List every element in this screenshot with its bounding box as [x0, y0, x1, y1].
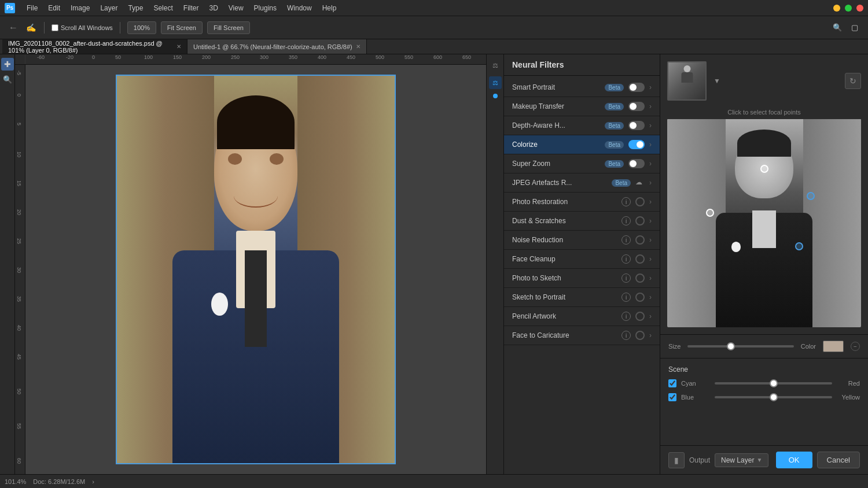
filter-arrow-dust-scratches[interactable]: ›	[649, 217, 652, 225]
filter-item-face-cleanup[interactable]: Face Cleanup i ›	[504, 250, 660, 269]
tab-active-doc[interactable]: IMG_20201108_0002_after-dust-and-scratch…	[2, 39, 187, 54]
size-slider[interactable]	[687, 345, 793, 347]
search-icon[interactable]: 🔍	[831, 21, 844, 34]
output-icon-button[interactable]: ▮	[668, 452, 685, 468]
menu-view[interactable]: View	[224, 3, 248, 13]
cyan-checkbox[interactable]	[668, 379, 676, 387]
filter-item-dust-scratches[interactable]: Dust & Scratches i ›	[504, 212, 660, 231]
blue-checkbox[interactable]	[668, 393, 676, 401]
filter-circle-photo-to-sketch[interactable]	[635, 273, 645, 283]
filter-circle-dust-scratches[interactable]	[635, 216, 645, 225]
focal-dot-forehead[interactable]	[760, 165, 768, 173]
thumbnail-dropdown-arrow[interactable]: ▼	[711, 75, 723, 87]
maximize-button[interactable]	[845, 5, 852, 12]
filter-circle-pencil-artwork[interactable]	[635, 312, 645, 321]
fit-screen-button[interactable]: Fit Screen	[161, 21, 203, 34]
fill-screen-button[interactable]: Fill Screen	[207, 21, 250, 34]
filter-arrow-sketch-to-portrait[interactable]: ›	[649, 293, 652, 301]
menu-select[interactable]: Select	[149, 3, 177, 13]
filter-info-face-to-caricature[interactable]: i	[621, 331, 631, 340]
filter-arrow-colorize[interactable]: ›	[649, 141, 652, 149]
filter-item-sketch-to-portrait[interactable]: Sketch to Portrait i ›	[504, 288, 660, 307]
tab-close-second[interactable]: ✕	[356, 43, 361, 50]
back-button[interactable]: ←	[7, 21, 20, 34]
filter-arrow-noise-reduction[interactable]: ›	[649, 236, 652, 244]
menu-plugins[interactable]: Plugins	[249, 3, 281, 13]
filter-item-super-zoom[interactable]: Super Zoom Beta ›	[504, 154, 660, 173]
layout-icon[interactable]: ▢	[848, 21, 861, 34]
canvas-container[interactable]	[25, 65, 486, 474]
scroll-all-checkbox[interactable]: Scroll All Windows	[52, 24, 113, 31]
filter-item-depth-aware[interactable]: Depth-Aware H... Beta ›	[504, 116, 660, 135]
filter-info-dust-scratches[interactable]: i	[621, 216, 631, 225]
filter-item-jpeg[interactable]: JPEG Artefacts R... Beta ☁ ›	[504, 173, 660, 193]
focal-dot-lower[interactable]	[795, 242, 803, 250]
color-swatch[interactable]	[823, 341, 844, 352]
filter-circle-face-cleanup[interactable]	[635, 254, 645, 264]
filter-item-makeup-transfer[interactable]: Makeup Transfer Beta ›	[504, 97, 660, 116]
filter-item-photo-restoration[interactable]: Photo Restoration i ›	[504, 193, 660, 212]
menu-image[interactable]: Image	[66, 3, 94, 13]
menu-layer[interactable]: Layer	[95, 3, 122, 13]
preview-thumbnail[interactable]	[667, 61, 707, 101]
status-arrow[interactable]: ›	[92, 478, 94, 485]
filter-toggle-makeup-transfer[interactable]	[628, 102, 645, 111]
menu-3d[interactable]: 3D	[204, 3, 222, 13]
filter-arrow-photo-to-sketch[interactable]: ›	[649, 274, 652, 282]
filter-arrow-depth-aware[interactable]: ›	[649, 121, 652, 130]
menu-type[interactable]: Type	[123, 3, 148, 13]
neural-icon-active[interactable]: ⚖	[489, 76, 502, 89]
menu-file[interactable]: File	[22, 3, 42, 13]
blue-slider[interactable]	[715, 396, 832, 398]
bw-preview[interactable]	[667, 119, 861, 327]
filter-arrow-smart-portrait[interactable]: ›	[649, 83, 652, 91]
filter-circle-face-to-caricature[interactable]	[635, 331, 645, 340]
cancel-button[interactable]: Cancel	[817, 452, 860, 468]
scroll-all-input[interactable]	[52, 24, 58, 31]
filter-info-pencil-artwork[interactable]: i	[621, 312, 631, 321]
filter-item-photo-to-sketch[interactable]: Photo to Sketch i ›	[504, 269, 660, 288]
neural-icon-filter[interactable]: ⚖	[489, 59, 502, 72]
filter-circle-sketch-to-portrait[interactable]	[635, 293, 645, 302]
menu-help[interactable]: Help	[318, 3, 341, 13]
zoom-tool[interactable]: 🔍	[1, 73, 14, 86]
filter-info-sketch-to-portrait[interactable]: i	[621, 293, 631, 302]
filter-item-face-to-caricature[interactable]: Face to Caricature i ›	[504, 326, 660, 345]
filter-arrow-face-cleanup[interactable]: ›	[649, 255, 652, 263]
menu-filter[interactable]: Filter	[179, 3, 204, 13]
filter-toggle-smart-portrait[interactable]	[628, 83, 645, 92]
tab-second-doc[interactable]: Untitled-1 @ 66.7% (Neural-filter-colori…	[187, 39, 367, 54]
filter-circle-photo-restoration[interactable]	[635, 197, 645, 206]
filter-toggle-depth-aware[interactable]	[628, 121, 645, 130]
menu-edit[interactable]: Edit	[43, 3, 65, 13]
filter-item-colorize[interactable]: Colorize Beta ›	[504, 135, 660, 154]
filter-item-smart-portrait[interactable]: Smart Portrait Beta ›	[504, 78, 660, 97]
filter-toggle-super-zoom[interactable]	[628, 159, 645, 168]
filter-info-photo-restoration[interactable]: i	[621, 197, 631, 206]
ok-button[interactable]: OK	[776, 452, 812, 468]
hand-tool[interactable]: ✍	[24, 21, 37, 34]
filter-info-face-cleanup[interactable]: i	[621, 254, 631, 264]
filter-arrow-photo-restoration[interactable]: ›	[649, 198, 652, 206]
tab-close-active[interactable]: ✕	[176, 43, 181, 50]
cyan-slider[interactable]	[715, 382, 832, 385]
filter-arrow-pencil-artwork[interactable]: ›	[649, 312, 652, 320]
filter-arrow-makeup-transfer[interactable]: ›	[649, 102, 652, 110]
move-tool[interactable]: ✚	[1, 58, 14, 71]
minimize-button[interactable]	[833, 5, 840, 12]
filter-info-noise-reduction[interactable]: i	[621, 235, 631, 245]
filter-item-pencil-artwork[interactable]: Pencil Artwork i ›	[504, 307, 660, 326]
focal-dot-right[interactable]	[807, 192, 815, 200]
focal-dot-left[interactable]	[706, 209, 714, 217]
filter-toggle-colorize[interactable]	[628, 140, 645, 149]
reset-button[interactable]: ↻	[845, 73, 861, 89]
filter-arrow-super-zoom[interactable]: ›	[649, 160, 652, 168]
close-button[interactable]	[856, 5, 863, 12]
filter-info-photo-to-sketch[interactable]: i	[621, 273, 631, 283]
filter-arrow-face-to-caricature[interactable]: ›	[649, 331, 652, 339]
filter-arrow-jpeg[interactable]: ›	[649, 179, 652, 187]
color-remove-button[interactable]: −	[851, 342, 860, 351]
output-dropdown[interactable]: New Layer ▼	[715, 453, 768, 467]
filter-circle-noise-reduction[interactable]	[635, 235, 645, 245]
menu-window[interactable]: Window	[282, 3, 317, 13]
